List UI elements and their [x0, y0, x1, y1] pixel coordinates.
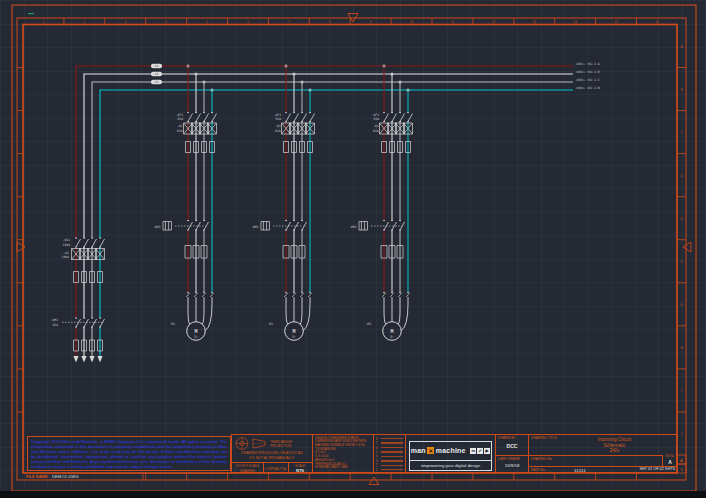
svg-text:63A: 63A [373, 129, 379, 133]
svg-text:L2: L2 [155, 72, 159, 76]
svg-text:6: 6 [247, 20, 249, 24]
svg-text:63A: 63A [275, 129, 281, 133]
title-block: THIRD ANGLE PROJECTION DRAWING PRODUCED … [231, 434, 677, 473]
revision-strip: 8 7 6 5 4 3 2 1 [374, 435, 405, 472]
svg-text:E: E [680, 217, 682, 221]
tolerance-notes: UNLESS OTHERWISE STATED DIMENSIONS ARE I… [313, 435, 372, 472]
company-logo: man ✕ machine m ✔ ▶ [409, 441, 492, 461]
svg-text:F: F [681, 260, 683, 264]
svg-text:<004> =02.2-N: <004> =02.2-N [576, 86, 600, 90]
svg-text:15: 15 [614, 20, 618, 24]
svg-text:4: 4 [165, 20, 167, 24]
feeder-branch-1 [163, 64, 217, 340]
svg-text:-Q1: -Q1 [63, 251, 69, 255]
svg-text:<001> =02.2-A: <001> =02.2-A [576, 62, 600, 66]
bus-neutral [100, 90, 573, 356]
canvas-bottom-edge [0, 491, 706, 498]
svg-text:H: H [680, 346, 682, 350]
copyright-notes-box: Copyright 2018 Man and Machine, a MNM Co… [27, 436, 231, 471]
svg-text:12: 12 [492, 20, 496, 24]
social-icons: m ✔ ▶ [470, 448, 490, 454]
svg-text:C: C [680, 131, 683, 135]
svg-text:-Q3: -Q3 [275, 124, 281, 128]
svg-text:A: A [680, 45, 682, 49]
svg-text:63A: 63A [177, 129, 183, 133]
feeder-branch-3 [359, 64, 413, 340]
bus-wire-tags: L1 L2 L3 [151, 64, 162, 85]
svg-text:3~: 3~ [390, 335, 394, 339]
svg-text:<003> =02.2-C: <003> =02.2-C [576, 78, 600, 82]
file-name-bar: FILE NAME: DEMO2.DWG [24, 473, 143, 480]
center-mark-right [683, 242, 691, 252]
svg-text:1: 1 [43, 20, 45, 24]
svg-text:D: D [680, 174, 683, 178]
logo-tagline: empowering your digital design [421, 463, 480, 468]
file-name-value: DEMO2.DWG [52, 474, 79, 479]
svg-text:L3: L3 [155, 80, 159, 84]
svg-text:13: 13 [533, 20, 537, 24]
bus-end-labels: <001> =02.2-A <002> =02.2-B <003> =02.2-… [576, 62, 600, 90]
svg-text:8: 8 [329, 20, 331, 24]
svg-text:I: I [681, 389, 682, 393]
logo-cell: man ✕ machine m ✔ ▶ empowering your digi… [406, 435, 496, 472]
svg-text:63A: 63A [373, 117, 379, 121]
svg-text:M: M [390, 328, 393, 334]
social-icon-3: ▶ [484, 448, 490, 454]
power-buses: L1 L2 L3 <001> =02.2-A <002> =02.2-B <00… [76, 62, 600, 356]
svg-text:B: B [680, 88, 682, 92]
drawing-title-cell: DRAWING TITLE Incoming Circuit Schematic… [529, 435, 678, 472]
svg-text:63A: 63A [52, 323, 58, 327]
bus-l2 [84, 74, 573, 356]
origin-mark [28, 13, 34, 14]
svg-text:11: 11 [451, 20, 454, 24]
incomer-labels: -QS1 100A -Q1 100A -QM1 63A [51, 238, 71, 327]
svg-text:3~: 3~ [194, 335, 198, 339]
svg-text:16: 16 [655, 20, 659, 24]
svg-text:9: 9 [370, 20, 372, 24]
svg-text:-M2: -M2 [267, 322, 273, 326]
svg-text:-QM1: -QM1 [51, 318, 59, 322]
svg-text:-Q2: -Q2 [177, 124, 183, 128]
bus-l1 [76, 66, 573, 356]
social-icon-1: m [470, 448, 476, 454]
svg-text:5: 5 [206, 20, 208, 24]
center-mark-bottom [369, 477, 379, 485]
drawn-by-cell: DRAWN BY DCC DATE DRAWN 13/9/18 [496, 435, 528, 472]
grid-ref-numbers: 1 2 3 4 5 6 7 8 9 10 11 12 13 14 15 16 [43, 20, 659, 24]
svg-text:G: G [680, 303, 683, 307]
logo-x-icon: ✕ [427, 447, 434, 454]
projection-cone-icon [252, 438, 267, 449]
svg-text:M: M [292, 328, 295, 334]
svg-text:10: 10 [410, 20, 414, 24]
svg-text:63A: 63A [177, 117, 183, 121]
svg-text:14: 14 [574, 20, 578, 24]
svg-text:3~: 3~ [292, 335, 296, 339]
schematic-drawing: A 1 1 2 3 4 5 6 7 8 9 10 11 12 13 14 15 … [0, 0, 706, 498]
svg-text:L1: L1 [155, 64, 159, 68]
cad-drawing-canvas[interactable]: A 1 1 2 3 4 5 6 7 8 9 10 11 12 13 14 15 … [0, 0, 706, 498]
feeder-branch-2 [261, 64, 315, 340]
projection-cell: THIRD ANGLE PROJECTION DRAWING PRODUCED … [232, 435, 312, 472]
svg-text:-Q4: -Q4 [373, 124, 379, 128]
svg-text:100A: 100A [63, 243, 71, 247]
svg-text:M: M [194, 328, 197, 334]
incomer-circuit: -QS1 100A -Q1 100A -QM1 63A [51, 237, 105, 362]
bus-l3 [92, 82, 573, 356]
svg-text:-M1: -M1 [169, 322, 175, 326]
logo-tagline-box: empowering your digital design [409, 460, 492, 471]
sheet-size-letter: A [680, 458, 683, 463]
svg-text:-KM1: -KM1 [153, 225, 161, 229]
sheet-size-digit: 1 [680, 467, 683, 472]
file-name-label: FILE NAME: [26, 474, 49, 479]
svg-text:-KM3: -KM3 [349, 225, 357, 229]
projection-globe-icon [235, 437, 249, 450]
svg-text:2: 2 [84, 20, 86, 24]
social-icon-2: ✔ [477, 448, 483, 454]
svg-text:-KM2: -KM2 [251, 225, 259, 229]
svg-text:100A: 100A [62, 255, 70, 259]
svg-text:<002> =02.2-B: <002> =02.2-B [576, 70, 600, 74]
svg-text:7: 7 [288, 20, 290, 24]
svg-text:-M3: -M3 [365, 322, 371, 326]
svg-text:J: J [681, 432, 683, 436]
copyright-text: Copyright 2018 Man and Machine, a MNM Co… [31, 439, 227, 469]
